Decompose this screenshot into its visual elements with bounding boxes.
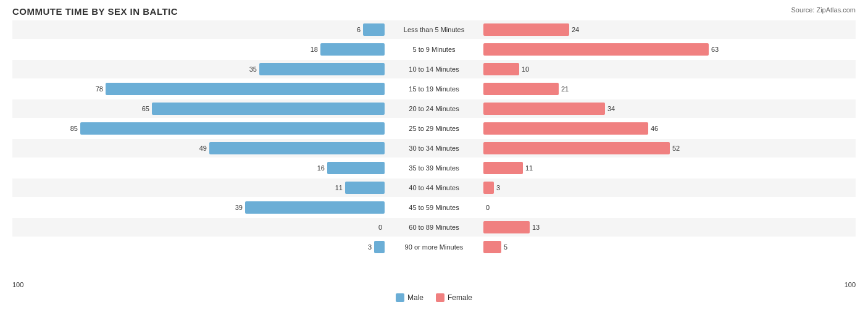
male-value: 49 bbox=[191, 145, 207, 152]
female-section: 52 bbox=[483, 139, 688, 157]
axis-right: 100 bbox=[845, 281, 856, 288]
row-label: 20 to 24 Minutes bbox=[385, 105, 483, 112]
male-value: 39 bbox=[227, 204, 243, 211]
male-section: 11 bbox=[327, 178, 385, 197]
female-section: 34 bbox=[483, 99, 623, 118]
legend: Male Female bbox=[12, 293, 856, 302]
chart-row: 65 20 to 24 Minutes 34 bbox=[12, 99, 856, 118]
female-value: 52 bbox=[672, 145, 688, 152]
chart-row: 35 10 to 14 Minutes 10 bbox=[12, 60, 856, 78]
male-value: 35 bbox=[241, 65, 257, 73]
female-bar bbox=[483, 122, 648, 135]
male-section: 0 bbox=[367, 218, 385, 237]
female-value: 21 bbox=[561, 85, 577, 93]
legend-male-box bbox=[396, 293, 404, 302]
axis-left: 100 bbox=[12, 281, 23, 288]
female-value: 11 bbox=[525, 164, 541, 172]
female-bar bbox=[483, 182, 494, 194]
chart-row: 3 90 or more Minutes 5 bbox=[12, 238, 856, 256]
male-section: 49 bbox=[191, 139, 385, 157]
female-section: 3 bbox=[483, 178, 512, 197]
female-value: 13 bbox=[532, 224, 548, 231]
chart-row: 6 Less than 5 Minutes 24 bbox=[12, 20, 856, 39]
legend-female-box bbox=[436, 293, 444, 302]
legend-female: Female bbox=[436, 293, 472, 302]
male-bar bbox=[363, 23, 385, 36]
female-section: 63 bbox=[483, 40, 727, 59]
chart-row: 18 5 to 9 Minutes 63 bbox=[12, 40, 856, 59]
female-bar bbox=[483, 142, 670, 154]
chart-row: 16 35 to 39 Minutes 11 bbox=[12, 159, 856, 177]
female-value: 5 bbox=[504, 243, 519, 251]
row-label: 15 to 19 Minutes bbox=[385, 85, 483, 93]
male-section: 18 bbox=[303, 40, 385, 59]
chart-row: 49 30 to 34 Minutes 52 bbox=[12, 139, 856, 157]
male-bar bbox=[327, 162, 385, 174]
legend-male: Male bbox=[396, 293, 424, 302]
male-bar bbox=[320, 43, 385, 56]
row-label: 40 to 44 Minutes bbox=[385, 184, 483, 191]
male-bar bbox=[259, 63, 385, 75]
male-bar bbox=[80, 122, 385, 135]
male-section: 65 bbox=[134, 99, 385, 118]
female-bar bbox=[483, 162, 523, 174]
female-bar bbox=[483, 103, 605, 115]
axis-labels: 100 100 bbox=[12, 281, 856, 288]
chart-title: COMMUTE TIME BY SEX IN BALTIC bbox=[12, 6, 856, 17]
female-value: 0 bbox=[486, 204, 501, 211]
male-value: 16 bbox=[309, 164, 325, 172]
female-bar bbox=[483, 241, 501, 253]
male-bar bbox=[152, 103, 385, 115]
female-section: 0 bbox=[483, 198, 501, 217]
female-value: 46 bbox=[651, 125, 666, 132]
female-bar bbox=[483, 43, 709, 56]
row-label: 30 to 34 Minutes bbox=[385, 145, 483, 152]
row-label: 45 to 59 Minutes bbox=[385, 204, 483, 211]
female-value: 63 bbox=[711, 46, 727, 53]
male-section: 3 bbox=[356, 238, 385, 256]
legend-female-label: Female bbox=[448, 293, 472, 302]
row-label: 60 to 89 Minutes bbox=[385, 224, 483, 231]
female-bar bbox=[483, 63, 519, 75]
male-value: 85 bbox=[62, 125, 78, 132]
male-value: 6 bbox=[345, 26, 361, 33]
male-value: 65 bbox=[134, 105, 149, 112]
row-label: 5 to 9 Minutes bbox=[385, 46, 483, 53]
female-section: 24 bbox=[483, 20, 587, 39]
female-bar bbox=[483, 221, 530, 233]
chart-row: 39 45 to 59 Minutes 0 bbox=[12, 198, 856, 217]
male-section: 39 bbox=[227, 198, 385, 217]
male-value: 18 bbox=[303, 46, 318, 53]
male-bar bbox=[106, 83, 385, 95]
chart-row: 0 60 to 89 Minutes 13 bbox=[12, 218, 856, 237]
female-section: 10 bbox=[483, 60, 537, 78]
male-section: 85 bbox=[62, 119, 385, 138]
male-value: 11 bbox=[327, 184, 343, 191]
row-label: 90 or more Minutes bbox=[385, 243, 483, 251]
legend-male-label: Male bbox=[407, 293, 424, 302]
male-bar bbox=[209, 142, 385, 154]
row-label: 10 to 14 Minutes bbox=[385, 65, 483, 73]
male-bar bbox=[245, 201, 385, 214]
female-value: 10 bbox=[522, 65, 537, 73]
chart-row: 85 25 to 29 Minutes 46 bbox=[12, 119, 856, 138]
male-value: 0 bbox=[367, 224, 382, 231]
female-section: 21 bbox=[483, 80, 577, 98]
chart-area: 6 Less than 5 Minutes 24 18 5 to 9 Minut… bbox=[12, 20, 856, 280]
chart-container: COMMUTE TIME BY SEX IN BALTIC Source: Zi… bbox=[0, 0, 868, 323]
row-label: Less than 5 Minutes bbox=[385, 26, 483, 33]
female-section: 5 bbox=[483, 238, 519, 256]
male-section: 6 bbox=[345, 20, 385, 39]
male-bar bbox=[374, 241, 385, 253]
male-section: 35 bbox=[241, 60, 385, 78]
female-section: 46 bbox=[483, 119, 666, 138]
chart-row: 78 15 to 19 Minutes 21 bbox=[12, 80, 856, 98]
source-label: Source: ZipAtlas.com bbox=[791, 6, 856, 14]
chart-row: 11 40 to 44 Minutes 3 bbox=[12, 178, 856, 197]
male-section: 78 bbox=[88, 80, 385, 98]
row-label: 35 to 39 Minutes bbox=[385, 164, 483, 172]
male-section: 16 bbox=[309, 159, 385, 177]
female-value: 24 bbox=[572, 26, 587, 33]
female-section: 11 bbox=[483, 159, 541, 177]
male-value: 3 bbox=[356, 243, 372, 251]
